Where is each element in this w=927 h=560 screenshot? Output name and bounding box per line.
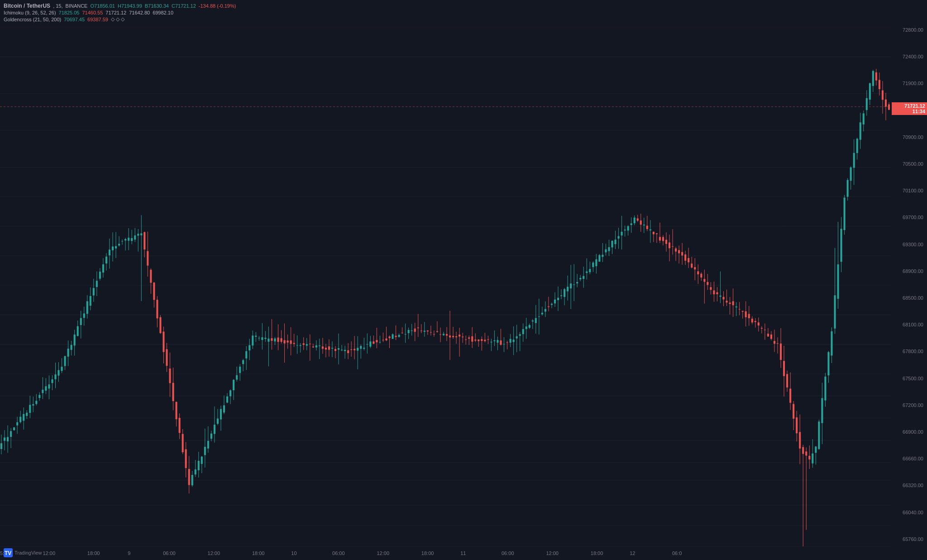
time-tick: 10 xyxy=(291,550,296,556)
tradingview-text: TradingView xyxy=(14,550,42,555)
price-tick: 72800.00 xyxy=(891,27,925,33)
time-tick: 06:00 xyxy=(332,550,345,556)
price-tick: 67500.00 xyxy=(891,376,925,381)
svg-text:TV: TV xyxy=(5,550,11,556)
price-tick: 67800.00 xyxy=(891,349,925,354)
price-tick: 69300.00 xyxy=(891,242,925,247)
time-tick: 12:00 xyxy=(208,550,220,556)
price-axis: 72800.0072400.0071900.0071400.0070900.00… xyxy=(891,0,927,546)
price-tick: 68100.00 xyxy=(891,322,925,327)
tradingview-icon: TV xyxy=(4,548,13,557)
time-tick: 12:00 xyxy=(377,550,389,556)
time-tick: 12:00 xyxy=(546,550,559,556)
time-tick: 18:00 xyxy=(252,550,265,556)
time-tick: 06:00 xyxy=(163,550,176,556)
price-tick: 67200.00 xyxy=(891,402,925,408)
time-tick: 12:00 xyxy=(43,550,55,556)
price-tick: 68500.00 xyxy=(891,295,925,301)
price-tick: 65760.00 xyxy=(891,536,925,542)
time-tick: 06:00 xyxy=(502,550,514,556)
price-tick: 66660.00 xyxy=(891,456,925,461)
price-tick: 70500.00 xyxy=(891,161,925,167)
time-tick: 9 xyxy=(128,550,130,556)
price-tick: 69700.00 xyxy=(891,215,925,220)
price-tick: 72400.00 xyxy=(891,54,925,59)
candlestick-chart xyxy=(0,0,891,546)
time-tick: 12 xyxy=(630,550,635,556)
time-tick: 18:00 xyxy=(591,550,603,556)
price-tick: 66040.00 xyxy=(891,510,925,515)
canvas-area[interactable] xyxy=(0,0,891,546)
price-tick: 70100.00 xyxy=(891,188,925,193)
current-price-label: 71721.12 11:34 xyxy=(892,102,927,115)
price-tick: 66900.00 xyxy=(891,429,925,435)
time-tick: 06:0 xyxy=(672,550,682,556)
time-axis: 5:0012:0018:00906:0012:0018:001006:0012:… xyxy=(0,546,891,560)
price-tick: 71900.00 xyxy=(891,81,925,86)
tradingview-logo: TV TradingView xyxy=(4,548,42,557)
time-tick: 18:00 xyxy=(87,550,100,556)
price-tick: 70900.00 xyxy=(891,134,925,140)
chart-container: Bitcoin / TetherUS , 15, BINANCE O71856.… xyxy=(0,0,927,560)
time-tick: 18:00 xyxy=(421,550,434,556)
time-tick: 11 xyxy=(460,550,466,556)
price-tick: 68900.00 xyxy=(891,268,925,274)
price-tick: 66320.00 xyxy=(891,483,925,488)
